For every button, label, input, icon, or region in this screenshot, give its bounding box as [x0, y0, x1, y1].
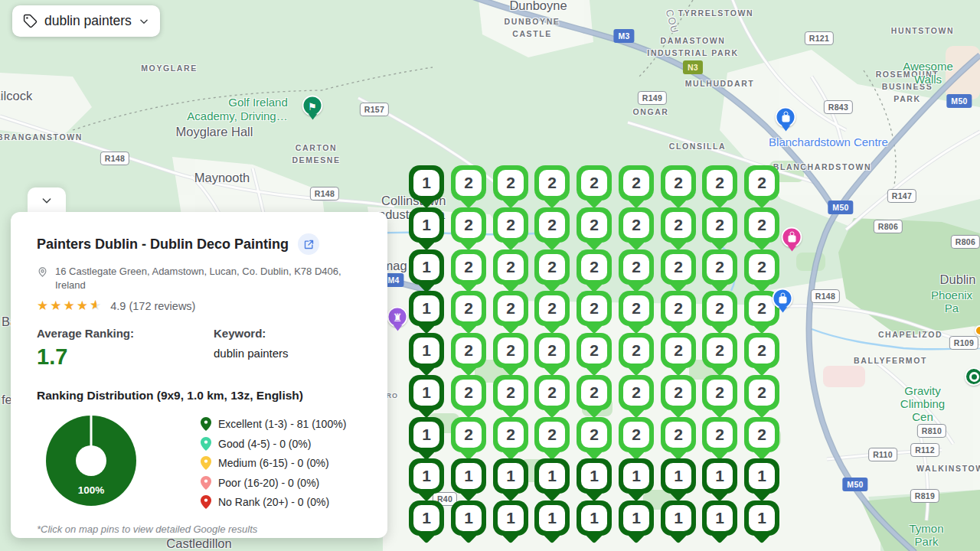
- rank-map-pin[interactable]: 2: [702, 417, 737, 452]
- rank-map-pin[interactable]: 2: [619, 333, 654, 368]
- external-link-button[interactable]: [298, 233, 319, 255]
- rank-map-pin[interactable]: 2: [493, 291, 528, 326]
- rank-map-pin[interactable]: 2: [702, 207, 737, 243]
- rank-map-pin[interactable]: 2: [577, 207, 612, 243]
- golf-poi-icon[interactable]: [302, 96, 323, 116]
- rank-map-pin[interactable]: 2: [577, 291, 612, 326]
- rank-map-pin[interactable]: 2: [451, 249, 486, 285]
- rank-map-pin[interactable]: 2: [534, 207, 570, 243]
- rank-map-pin[interactable]: 2: [744, 249, 779, 285]
- rank-map-pin[interactable]: 2: [744, 333, 779, 368]
- rank-map-pin[interactable]: 1: [577, 500, 612, 536]
- rank-map-pin[interactable]: 1: [744, 500, 779, 536]
- rank-value: 2: [539, 170, 565, 196]
- rank-map-pin[interactable]: 2: [534, 165, 570, 201]
- rank-map-pin[interactable]: 2: [619, 165, 654, 201]
- rank-map-pin[interactable]: 2: [451, 207, 486, 243]
- rank-map-pin[interactable]: 2: [493, 375, 528, 410]
- rank-map-pin[interactable]: 2: [451, 417, 486, 452]
- rank-map-pin[interactable]: 1: [409, 333, 444, 368]
- rank-map-pin[interactable]: 2: [661, 249, 696, 285]
- shopping-poi-icon[interactable]: [776, 107, 796, 128]
- castle-poi-icon[interactable]: [387, 307, 408, 328]
- map-label: CLONSILLA: [669, 141, 726, 153]
- rank-map-pin[interactable]: 2: [577, 417, 612, 452]
- rank-map-pin[interactable]: 1: [534, 500, 570, 536]
- rank-map-pin[interactable]: 2: [493, 249, 528, 285]
- rank-map-pin[interactable]: 2: [534, 249, 570, 285]
- shopping-poi-icon[interactable]: [773, 289, 793, 309]
- rank-map-pin[interactable]: 1: [451, 458, 486, 494]
- rank-map-pin[interactable]: 2: [702, 291, 737, 326]
- rank-map-pin[interactable]: 1: [744, 458, 779, 494]
- rank-map-pin[interactable]: 2: [451, 291, 486, 326]
- rank-map-pin[interactable]: 2: [744, 375, 779, 410]
- rank-map-pin[interactable]: 2: [744, 207, 779, 243]
- rank-map-pin[interactable]: 2: [451, 165, 486, 201]
- rank-map-pin[interactable]: 2: [493, 417, 528, 452]
- rank-map-pin[interactable]: 1: [409, 165, 444, 201]
- rank-map-pin[interactable]: 2: [661, 333, 696, 368]
- rank-map-pin[interactable]: 1: [661, 458, 696, 494]
- rank-map-pin[interactable]: 2: [577, 333, 612, 368]
- rank-map-pin[interactable]: 2: [534, 417, 570, 452]
- rank-map-pin[interactable]: 1: [409, 417, 444, 452]
- rank-map-pin[interactable]: 2: [744, 417, 779, 452]
- poi-dot-icon[interactable]: [975, 325, 980, 336]
- business-title: Painters Dublin - Dublin Deco Painting: [37, 236, 289, 253]
- rank-map-pin[interactable]: 1: [409, 249, 444, 285]
- rank-map-pin[interactable]: 2: [702, 249, 737, 285]
- rank-map-pin[interactable]: 1: [451, 500, 486, 536]
- shopping-poi-pink-icon[interactable]: [782, 227, 802, 248]
- rank-map-pin[interactable]: 1: [661, 500, 696, 536]
- rank-map-pin[interactable]: 2: [702, 333, 737, 368]
- rank-map-pin[interactable]: 2: [577, 165, 612, 201]
- rank-map-pin[interactable]: 1: [409, 500, 444, 536]
- keyword-chip[interactable]: dublin painters: [12, 5, 160, 37]
- rank-map-pin[interactable]: 1: [619, 500, 654, 536]
- rank-map-pin[interactable]: 1: [409, 291, 444, 326]
- rank-map-pin[interactable]: 2: [661, 165, 696, 201]
- rank-map-pin[interactable]: 2: [661, 291, 696, 326]
- rank-map-pin[interactable]: 2: [619, 207, 654, 243]
- rank-map-pin[interactable]: 2: [534, 333, 570, 368]
- rank-map-pin[interactable]: 2: [451, 333, 486, 368]
- map-label: CHAPELIZOD: [878, 329, 942, 341]
- rank-map-pin[interactable]: 1: [409, 458, 444, 494]
- rank-map-pin[interactable]: 2: [661, 417, 696, 452]
- map-label: TYRRELSTOWN: [678, 8, 754, 20]
- card-collapse-button[interactable]: [28, 187, 66, 213]
- rank-map-pin[interactable]: 2: [577, 249, 612, 285]
- rank-value: 2: [581, 295, 607, 321]
- rank-map-pin[interactable]: 2: [661, 207, 696, 243]
- rank-value: 2: [665, 295, 691, 321]
- rank-map-pin[interactable]: 2: [577, 375, 612, 410]
- rank-map-pin[interactable]: 2: [493, 207, 528, 243]
- rank-map-pin[interactable]: 1: [409, 375, 444, 410]
- rank-map-pin[interactable]: 1: [577, 458, 612, 494]
- rank-map-pin[interactable]: 2: [493, 333, 528, 368]
- rank-map-pin[interactable]: 1: [534, 458, 570, 494]
- rank-value: 1: [413, 380, 439, 406]
- rank-map-pin[interactable]: 2: [619, 375, 654, 410]
- climbing-poi-icon[interactable]: [965, 367, 980, 386]
- rank-map-pin[interactable]: 2: [702, 375, 737, 410]
- rank-map-pin[interactable]: 2: [451, 375, 486, 410]
- rank-map-pin[interactable]: 2: [619, 291, 654, 326]
- rank-map-pin[interactable]: 2: [702, 165, 737, 201]
- rank-map-pin[interactable]: 2: [619, 417, 654, 452]
- average-ranking-label: Average Ranking:: [37, 327, 214, 340]
- rank-map-pin[interactable]: 2: [744, 165, 779, 201]
- rank-map-pin[interactable]: 1: [619, 458, 654, 494]
- rank-map-pin[interactable]: 1: [493, 500, 528, 536]
- rank-map-pin[interactable]: 1: [493, 458, 528, 494]
- rank-map-pin[interactable]: 2: [619, 249, 654, 285]
- rank-map-pin[interactable]: 1: [409, 207, 444, 243]
- rank-map-pin[interactable]: 1: [702, 458, 737, 494]
- rank-map-pin[interactable]: 2: [493, 165, 528, 201]
- rank-map-pin[interactable]: 2: [661, 375, 696, 410]
- rank-map-pin[interactable]: 2: [534, 291, 570, 326]
- rank-value: 1: [581, 463, 607, 489]
- rank-map-pin[interactable]: 1: [702, 500, 737, 536]
- rank-map-pin[interactable]: 2: [534, 375, 570, 410]
